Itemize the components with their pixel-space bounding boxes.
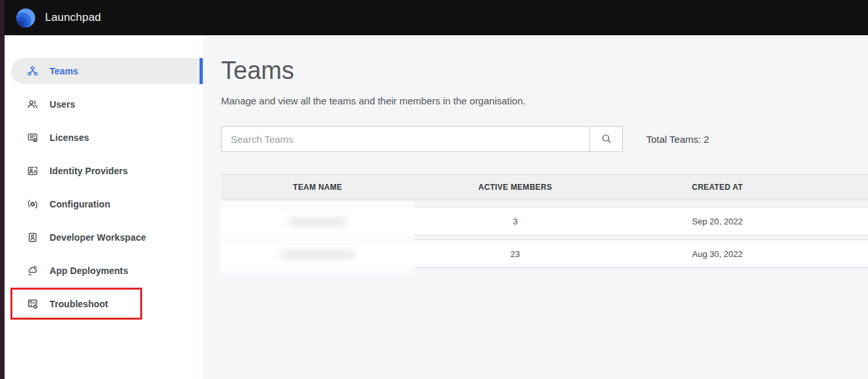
window-edge-strip bbox=[0, 0, 5, 379]
configuration-icon bbox=[27, 198, 38, 210]
search-input[interactable] bbox=[221, 126, 590, 152]
created-at-cell: Aug 30, 2022 bbox=[616, 249, 818, 259]
app-title: Launchpad bbox=[45, 11, 101, 24]
sidebar-item-users[interactable]: Users bbox=[11, 91, 203, 117]
sidebar-item-label: Identity Providers bbox=[50, 166, 128, 176]
sidebar-item-configuration[interactable]: Configuration bbox=[11, 191, 203, 217]
active-indicator bbox=[200, 58, 203, 84]
users-icon bbox=[27, 99, 38, 110]
column-header-team-name: TEAM NAME bbox=[221, 183, 414, 192]
active-members-cell: 3 bbox=[414, 217, 616, 226]
troubleshoot-icon bbox=[27, 298, 38, 310]
sidebar-item-label: App Deployments bbox=[50, 265, 128, 276]
total-teams-label: Total Teams: 2 bbox=[646, 134, 709, 145]
sidebar-item-label: Users bbox=[50, 99, 75, 110]
app-header: Launchpad bbox=[0, 0, 868, 35]
sidebar-item-label: Configuration bbox=[50, 199, 110, 209]
created-at-cell: Sep 20, 2022 bbox=[616, 217, 818, 226]
sidebar-item-label: Teams bbox=[50, 66, 78, 76]
redacted-team-name bbox=[289, 218, 346, 226]
table-header-row: TEAM NAME ACTIVE MEMBERS CREATED AT bbox=[221, 174, 868, 200]
search-row: Total Teams: 2 bbox=[221, 126, 868, 152]
team-name-cell bbox=[221, 216, 414, 226]
sidebar-item-troubleshoot[interactable]: Troubleshoot bbox=[11, 291, 203, 317]
teams-table: TEAM NAME ACTIVE MEMBERS CREATED AT 3 Se… bbox=[221, 174, 868, 268]
main-content: Teams Manage and view all the teams and … bbox=[203, 35, 868, 379]
developer-workspace-icon bbox=[27, 232, 38, 243]
sidebar-item-app-deployments[interactable]: App Deployments bbox=[11, 258, 203, 284]
app-deployments-icon bbox=[27, 265, 38, 277]
page: Launchpad Teams Users Licenses bbox=[0, 0, 868, 379]
app-logo-icon bbox=[15, 7, 37, 29]
search-button[interactable] bbox=[590, 126, 623, 152]
column-header-active-members: ACTIVE MEMBERS bbox=[414, 183, 616, 192]
identity-providers-icon bbox=[27, 165, 38, 177]
sidebar-item-teams[interactable]: Teams bbox=[11, 58, 203, 84]
sidebar-item-identity-providers[interactable]: Identity Providers bbox=[11, 158, 203, 184]
active-members-cell: 23 bbox=[414, 249, 616, 259]
sidebar-item-developer-workspace[interactable]: Developer Workspace bbox=[11, 224, 203, 250]
sidebar: Teams Users Licenses Identity Provi bbox=[5, 35, 203, 379]
redacted-team-name bbox=[281, 250, 354, 259]
search-icon bbox=[600, 132, 613, 145]
column-header-created-at: CREATED AT bbox=[616, 183, 818, 192]
sidebar-item-licenses[interactable]: Licenses bbox=[11, 125, 203, 151]
team-name-cell bbox=[221, 249, 414, 258]
sidebar-item-label: Licenses bbox=[50, 132, 89, 143]
page-title: Teams bbox=[221, 57, 868, 84]
sidebar-item-label: Troubleshoot bbox=[50, 299, 108, 309]
sidebar-nav: Teams Users Licenses Identity Provi bbox=[5, 35, 203, 317]
licenses-icon bbox=[27, 132, 38, 144]
table-row[interactable]: 3 Sep 20, 2022 bbox=[221, 207, 868, 235]
page-subtitle: Manage and view all the teams and their … bbox=[221, 95, 868, 107]
teams-icon bbox=[27, 65, 38, 77]
sidebar-item-label: Developer Workspace bbox=[50, 232, 146, 243]
table-row[interactable]: 23 Aug 30, 2022 bbox=[221, 239, 868, 268]
